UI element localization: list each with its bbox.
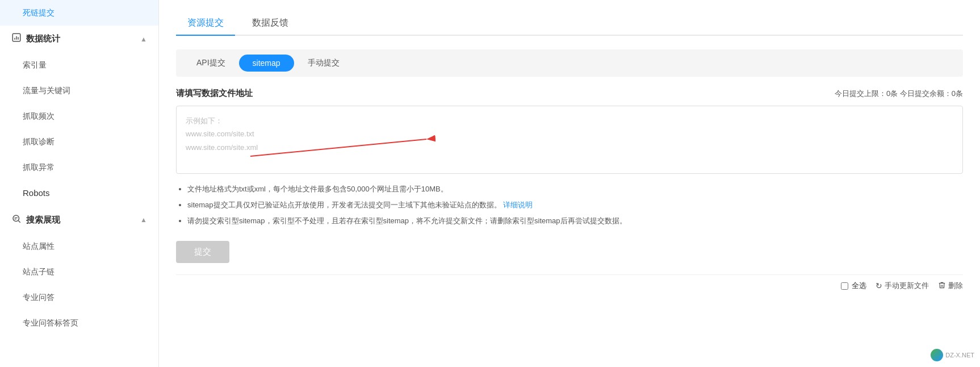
submit-button[interactable]: 提交 — [176, 241, 229, 263]
chevron-up-icon: ▲ — [140, 35, 147, 43]
bottom-bar: 全选 ↻ 手动更新文件 删除 — [176, 274, 963, 291]
sidebar-item-index-count[interactable]: 索引量 — [0, 52, 158, 78]
sidebar-item-site-property[interactable]: 站点属性 — [0, 233, 158, 259]
refresh-label: 手动更新文件 — [885, 281, 929, 291]
placeholder-line3: www.site.com/site.xml — [186, 141, 953, 154]
refresh-action[interactable]: ↻ 手动更新文件 — [876, 281, 929, 291]
select-all-checkbox[interactable] — [841, 282, 848, 290]
section-header: 请填写数据文件地址 今日提交上限：0条 今日提交余额：0条 — [176, 88, 963, 99]
sidebar-item-faq[interactable]: 专业问答 — [0, 285, 158, 310]
svg-rect-2 — [14, 217, 18, 218]
sidebar-item-robots[interactable]: Robots — [0, 180, 158, 207]
sidebar-group-label-search-display: 搜索展现 — [26, 215, 60, 226]
sub-tab-api[interactable]: API提交 — [183, 54, 239, 72]
sidebar: 死链提交 数据统计 ▲ 索引量 流量与关键词 抓取频次 抓取诊断 抓取异常 Ro… — [0, 0, 159, 367]
watermark-text: DZ-X.NET — [945, 352, 974, 358]
sidebar-item-site-sublink[interactable]: 站点子链 — [0, 259, 158, 285]
section-quota: 今日提交上限：0条 今日提交余额：0条 — [835, 89, 963, 99]
sidebar-item-traffic-keywords[interactable]: 流量与关键词 — [0, 78, 158, 103]
placeholder-line1: 示例如下： — [186, 114, 953, 127]
sitemap-input-area[interactable]: 示例如下： www.site.com/site.txt www.site.com… — [176, 106, 963, 174]
svg-rect-3 — [14, 219, 16, 219]
main-content: 资源提交 数据反馈 API提交 sitemap 手动提交 请填写数据文件地址 今… — [159, 0, 980, 367]
sidebar-item-crawl-diagnosis[interactable]: 抓取诊断 — [0, 129, 158, 155]
sidebar-group-data-stats[interactable]: 数据统计 ▲ — [0, 26, 158, 52]
info-item-1: 文件地址格式为txt或xml，每个地址文件最多包含50,000个网址且需小于10… — [187, 183, 963, 195]
select-all-label: 全选 — [852, 281, 866, 291]
placeholder-text: 示例如下： www.site.com/site.txt www.site.com… — [186, 114, 953, 154]
tab-resource-submit[interactable]: 资源提交 — [176, 11, 235, 36]
sidebar-item-dead-link[interactable]: 死链提交 — [0, 0, 158, 26]
tab-data-feedback[interactable]: 数据反馈 — [241, 11, 300, 36]
sidebar-item-crawl-freq[interactable]: 抓取频次 — [0, 103, 158, 129]
watermark-logo: DZ-X.NET — [931, 349, 974, 361]
info-list: 文件地址格式为txt或xml，每个地址文件最多包含50,000个网址且需小于10… — [176, 183, 963, 227]
placeholder-line2: www.site.com/site.txt — [186, 127, 953, 140]
svg-point-1 — [13, 215, 19, 222]
sub-tabs: API提交 sitemap 手动提交 — [176, 49, 963, 77]
sidebar-group-label-data-stats: 数据统计 — [26, 34, 60, 44]
delete-action[interactable]: 删除 — [938, 281, 963, 291]
sub-tab-manual[interactable]: 手动提交 — [294, 54, 353, 72]
refresh-icon: ↻ — [876, 281, 882, 290]
chart-icon — [11, 32, 22, 45]
sidebar-item-crawl-exception[interactable]: 抓取异常 — [0, 155, 158, 180]
top-tabs: 资源提交 数据反馈 — [176, 11, 963, 36]
search-display-icon — [11, 214, 22, 227]
delete-icon — [938, 281, 946, 291]
sidebar-item-faq-page[interactable]: 专业问答标答页 — [0, 310, 158, 336]
info-item-3: 请勿提交索引型sitemap，索引型不予处理，且若存在索引型sitemap，将不… — [187, 215, 963, 227]
logo-icon — [931, 349, 943, 361]
sidebar-group-search-display[interactable]: 搜索展现 ▲ — [0, 207, 158, 233]
section-title: 请填写数据文件地址 — [176, 88, 253, 99]
detail-link[interactable]: 详细说明 — [503, 201, 533, 209]
delete-label: 删除 — [948, 281, 963, 291]
chevron-up-icon-2: ▲ — [140, 216, 147, 224]
info-item-2: sitemap提交工具仅对已验证站点开放使用，开发者无法提交同一主域下其他未验证… — [187, 199, 963, 211]
watermark: DZ-X.NET — [931, 349, 974, 361]
sub-tab-sitemap[interactable]: sitemap — [239, 55, 294, 72]
select-all-area[interactable]: 全选 — [841, 281, 866, 291]
